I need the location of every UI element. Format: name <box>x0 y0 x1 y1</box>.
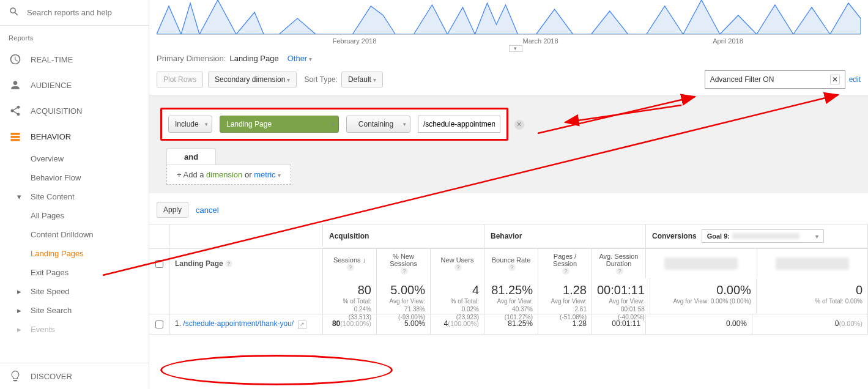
apply-button[interactable]: Apply <box>157 202 188 218</box>
clock-icon <box>9 53 22 66</box>
sort-type-select[interactable]: Default▾ <box>341 72 383 87</box>
caret-right-icon: ▸ <box>17 287 26 296</box>
row-new-users: 4(100.00%) <box>431 314 484 334</box>
select-all-cell <box>149 224 170 246</box>
caret-right-icon: ▸ <box>17 306 26 315</box>
reports-header: Reports <box>0 26 149 46</box>
col-label: New Users <box>441 256 474 264</box>
subnav-overview[interactable]: Overview <box>0 149 149 168</box>
subnav-label: Site Content <box>31 192 75 201</box>
chart-expand-toggle[interactable]: ▾ <box>509 45 522 52</box>
remove-condition-icon[interactable]: ✕ <box>514 120 524 130</box>
col-label: Sessions <box>333 256 361 264</box>
search-row[interactable] <box>0 0 149 26</box>
primary-dimension-label: Primary Dimension: <box>157 54 226 63</box>
col-pages-session[interactable]: Pages / Session? <box>538 249 592 278</box>
summary-pages: 1.28Avg for View:2.61(-51.08%) <box>538 278 592 314</box>
help-icon[interactable]: ? <box>562 267 569 275</box>
goal-col-blurred <box>776 257 849 270</box>
subnav-site-content[interactable]: ▾Site Content <box>0 187 149 206</box>
col-new-users[interactable]: New Users? <box>431 249 484 278</box>
help-icon[interactable]: ? <box>225 260 232 267</box>
landing-page-link[interactable]: /schedule-appointment/thank-you/ <box>183 319 294 328</box>
col-sessions[interactable]: Sessions ↓? <box>323 249 377 278</box>
col-goal-completions[interactable] <box>757 249 869 278</box>
main-content: February 2018 March 2018 April 2018 ▾ Pr… <box>149 0 868 389</box>
timeline-chart[interactable] <box>157 0 861 34</box>
sidebar-item-discover[interactable]: DISCOVER <box>0 363 149 389</box>
primary-dimension-value[interactable]: Landing Page <box>229 54 278 63</box>
group-acquisition: Acquisition <box>323 224 484 248</box>
group-behavior: Behavior <box>484 224 646 248</box>
col-label: Pages / Session <box>543 253 587 267</box>
search-icon <box>9 6 27 19</box>
subnav-content-drilldown[interactable]: Content Drilldown <box>0 225 149 244</box>
subnav-events[interactable]: ▸Events <box>0 320 149 339</box>
help-icon[interactable]: ? <box>508 264 516 271</box>
col-goal-conversion-rate[interactable] <box>646 249 757 278</box>
close-icon[interactable]: ✕ <box>830 75 840 84</box>
filter-builder: Include Landing Page Containing ✕ and + … <box>149 95 868 193</box>
col-landing-page[interactable]: Landing Page? <box>170 249 323 278</box>
sidebar-item-realtime[interactable]: REAL-TIME <box>0 46 149 72</box>
col-avg-duration[interactable]: Avg. Session Duration? <box>592 249 646 278</box>
row-landing-page: 1. /schedule-appointment/thank-you/ ↗ <box>170 314 323 334</box>
sidebar: Reports REAL-TIME AUDIENCE ACQUISITION B… <box>0 0 149 389</box>
help-icon[interactable]: ? <box>347 264 354 271</box>
subnav-behavior-flow[interactable]: Behavior Flow <box>0 168 149 187</box>
share-icon <box>9 104 22 117</box>
row-bounce: 81.25% <box>484 314 538 334</box>
plus-icon: + Add a <box>177 170 206 179</box>
x-tick: March 2018 <box>523 37 558 45</box>
filter-value-input[interactable] <box>418 116 500 133</box>
filter-condition-row: Include Landing Page Containing <box>160 108 508 141</box>
sidebar-item-label: BEHAVIOR <box>31 132 71 141</box>
add-condition-button[interactable]: + Add a dimension or metric▾ <box>166 165 291 185</box>
row-pct-new: 5.00% <box>377 314 431 334</box>
row-index: 1. <box>175 319 181 328</box>
table-row: 1. /schedule-appointment/thank-you/ ↗ 80… <box>149 314 868 335</box>
summary-new-users: 4% of Total:0.02%(23,923) <box>431 278 484 314</box>
advanced-filter-chip[interactable]: Advanced Filter ON ✕ <box>705 70 845 89</box>
subnav-all-pages[interactable]: All Pages <box>0 206 149 225</box>
caret-right-icon: ▸ <box>17 325 26 334</box>
filter-operator-select[interactable]: Containing <box>346 116 410 133</box>
secondary-dimension-select[interactable]: Secondary dimension▾ <box>208 72 297 87</box>
summary-duration: 00:01:11Avg for View:00:01:58(-40.02%) <box>592 278 650 314</box>
help-icon[interactable]: ? <box>401 267 408 275</box>
subnav-exit-pages[interactable]: Exit Pages <box>0 263 149 282</box>
external-link-icon[interactable]: ↗ <box>298 320 306 329</box>
col-bounce-rate[interactable]: Bounce Rate? <box>484 249 538 278</box>
summary-sessions: 80% of Total:0.24%(33,513) <box>323 278 377 314</box>
sidebar-item-acquisition[interactable]: ACQUISITION <box>0 98 149 124</box>
x-tick: February 2018 <box>333 37 377 45</box>
cancel-link[interactable]: cancel <box>196 206 219 215</box>
filter-dimension-select[interactable]: Landing Page <box>220 116 339 133</box>
help-icon[interactable]: ? <box>616 267 623 275</box>
landing-page-col-spacer <box>170 224 323 246</box>
caret-down-icon: ▾ <box>309 56 312 62</box>
summary-pct-new: 5.00%Avg for View:71.38%(-93.00%) <box>377 278 431 314</box>
row-checkbox[interactable] <box>149 314 170 334</box>
search-input[interactable] <box>27 8 137 17</box>
x-tick: April 2018 <box>713 37 743 45</box>
col-label: Landing Page <box>175 259 223 268</box>
col-pct-new-sessions[interactable]: % New Sessions? <box>377 249 431 278</box>
summary-goal-comp: 0% of Total: 0.00% <box>757 278 868 314</box>
include-exclude-select[interactable]: Include <box>168 116 212 133</box>
edit-filter-link[interactable]: edit <box>849 75 861 84</box>
primary-dimension-other[interactable]: Other▾ <box>287 54 313 63</box>
subnav-site-speed[interactable]: ▸Site Speed <box>0 282 149 301</box>
help-icon[interactable]: ? <box>454 264 462 271</box>
sidebar-item-audience[interactable]: AUDIENCE <box>0 72 149 98</box>
sidebar-item-label: ACQUISITION <box>31 106 83 116</box>
select-all-checkbox[interactable] <box>149 249 170 278</box>
subnav-landing-pages[interactable]: Landing Pages <box>0 244 149 263</box>
filter-actions: Apply cancel <box>149 193 868 224</box>
subnav-label: Events <box>31 325 55 334</box>
goal-select[interactable]: Goal 9:▾ <box>702 229 824 243</box>
sidebar-item-behavior[interactable]: BEHAVIOR <box>0 124 149 149</box>
subnav-site-search[interactable]: ▸Site Search <box>0 301 149 320</box>
caret-down-icon: ▾ <box>287 76 290 83</box>
row-goal-comp: 0(0.00%) <box>752 314 868 334</box>
